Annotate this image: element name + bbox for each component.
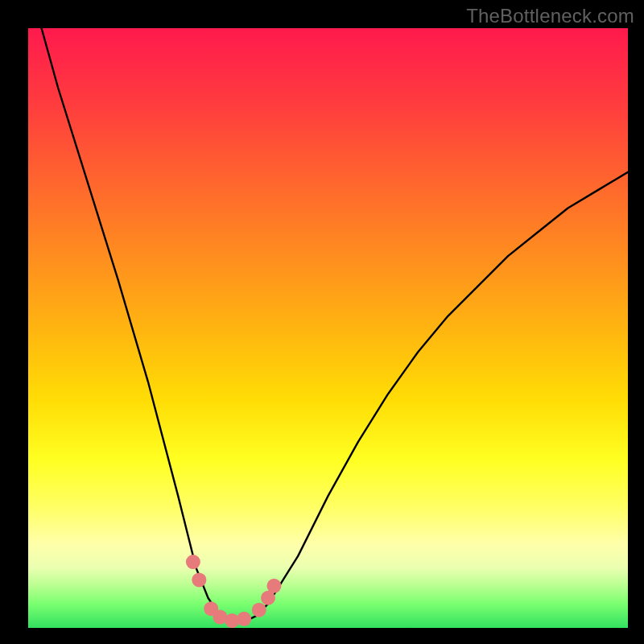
marker-group (186, 555, 282, 628)
chart-svg (28, 28, 628, 628)
curve-path (28, 28, 628, 622)
marker-dot (266, 579, 281, 593)
marker-dot (192, 572, 206, 587)
watermark-text: TheBottleneck.com (466, 5, 634, 27)
marker-dot (237, 612, 251, 626)
chart-frame: TheBottleneck.com (0, 0, 644, 644)
plot-area (28, 28, 628, 628)
marker-dot (252, 603, 266, 617)
marker-dot (186, 555, 200, 569)
